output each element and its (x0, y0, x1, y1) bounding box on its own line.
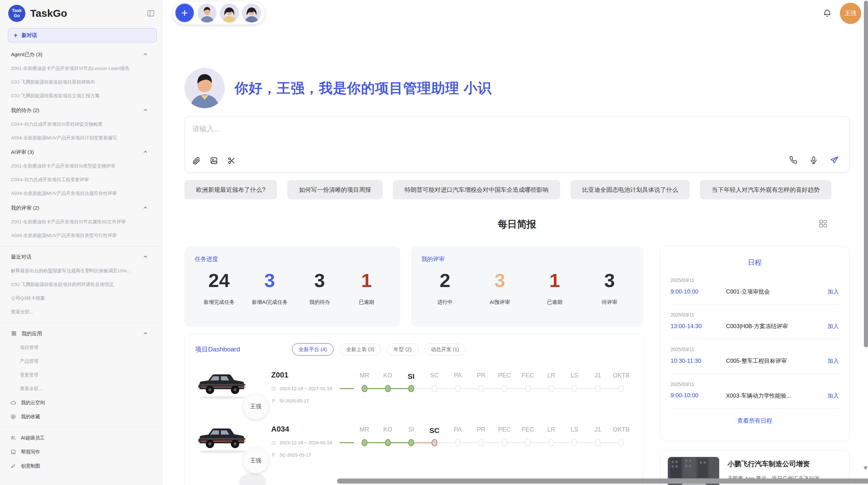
scroll-down-arrow-icon[interactable] (864, 467, 868, 470)
horizontal-scrollbar-thumb[interactable] (337, 478, 868, 484)
sidebar-item[interactable]: Z001-全新燃油轻卡产品开发项目SI造型提交物评审 (0, 159, 162, 173)
chevron-up-icon[interactable] (143, 149, 148, 155)
writing-icon (10, 449, 16, 455)
join-meeting-link[interactable]: 加入 (828, 288, 839, 295)
new-chat-button[interactable]: + 新对话 (8, 28, 157, 42)
milestone-step: PR (469, 426, 493, 446)
scissors-icon[interactable] (227, 157, 236, 165)
chevron-up-icon[interactable] (143, 52, 148, 57)
sidebar-item[interactable]: Z001-全新燃油皮卡产品开发项目SI节点Lesson Learn报告 (0, 62, 162, 75)
sidebar-item[interactable]: 产品管理 (0, 355, 162, 368)
sidebar-section-header[interactable]: 我的评审 (2) (0, 201, 162, 215)
stat: 3待评审 (595, 271, 624, 305)
sidebar-section-header[interactable]: AI评审 (3) (0, 145, 162, 159)
sidebar-section-header[interactable]: 我的应用 (0, 326, 162, 341)
sidebar-item[interactable]: C0X4-动力总成开发项目工程变更评审 (0, 173, 162, 187)
milestone-step: PEC (493, 426, 516, 446)
schedule-events: 2025/03/119:00-10:00C001-立项审批会加入2025/03/… (671, 270, 839, 408)
sidebar-section-header[interactable]: 我的待办 (2) (0, 103, 162, 117)
sidebar-item[interactable]: C02-飞腾新能源轻客改款项目里程碑画布 (0, 75, 162, 89)
project-owner-badge: 王强 (243, 448, 268, 473)
stat-value: 1 (352, 271, 381, 290)
message-input[interactable] (192, 124, 836, 149)
layout-toggle-icon[interactable] (818, 219, 828, 229)
milestone-step: MR (353, 426, 376, 446)
divider (0, 323, 162, 323)
milestone-label: SC (430, 426, 439, 436)
sidebar-item[interactable]: C0X4-动力总成开发项目SI里程碑提交物检查 (0, 117, 162, 131)
sidebar-shortcut[interactable]: 我的云空间 (0, 396, 162, 410)
chevron-up-icon[interactable] (143, 205, 148, 211)
milestone-dot (408, 385, 414, 392)
suggestion-chip[interactable]: 欧洲新规最近颁布了什么? (184, 180, 277, 199)
dashboard-filter[interactable]: 动总开发 (1) (424, 343, 466, 356)
milestone-dot (548, 385, 554, 392)
join-meeting-link[interactable]: 加入 (828, 393, 839, 399)
milestone-dot (478, 385, 484, 392)
suggestion-chip[interactable]: 特朗普可能对进口汽车增税会对中国车企造成哪些影响 (393, 180, 560, 199)
sidebar-item[interactable]: 查看全部... (0, 305, 162, 319)
suggestion-chips: 欧洲新规最近颁布了什么?如何写一份清晰的项目周报特朗普可能对进口汽车增税会对中国… (184, 180, 849, 199)
vertical-scrollbar-thumb[interactable] (864, 1, 868, 347)
microphone-icon[interactable] (809, 156, 818, 164)
join-meeting-link[interactable]: 加入 (828, 358, 839, 364)
dashboard-filter[interactable]: 全新平台 (4) (292, 343, 334, 356)
sidebar-collapse-icon[interactable] (147, 9, 155, 17)
sidebar-item[interactable]: 项目管理 (0, 341, 162, 355)
sidebar-tool[interactable]: AI超级员工 (0, 431, 162, 445)
milestone-label: MR (360, 426, 369, 436)
sidebar-section-header[interactable]: 最近对话 (0, 250, 162, 264)
stat: 1已逾期 (540, 271, 569, 305)
view-all-schedule-link[interactable]: 查看所有日程 (671, 408, 839, 424)
sidebar-tool[interactable]: 创意制图 (0, 459, 162, 473)
vertical-scrollbar[interactable] (864, 0, 868, 485)
schedule-event: 2025/03/119:00-10:00X003-车辆动力学性能验...加入 (671, 374, 839, 408)
event-main: 13:00-14:30C003|H0B-方案冻结评审加入 (671, 323, 839, 330)
milestone-dot (502, 385, 507, 392)
sidebar-item[interactable]: 查看全部... (0, 382, 162, 396)
send-icon[interactable] (830, 156, 839, 165)
project-flag: SI-2025-05-17 (271, 398, 353, 404)
suggestion-chip[interactable]: 比亚迪全固态电池计划具体说了什么 (570, 180, 690, 199)
dashboard-filter[interactable]: 年型 (2) (387, 343, 418, 356)
dashboard-filter[interactable]: 全新上装 (3) (340, 343, 381, 356)
suggestion-chip[interactable]: 如何写一份清晰的项目周报 (287, 180, 383, 199)
sidebar-item[interactable]: Z001-全新燃油轻卡产品开发项目SI节点属性5D文件评审 (0, 215, 162, 229)
milestone-step: PEC (493, 372, 516, 392)
image-icon[interactable] (210, 157, 218, 165)
stat-cards: 任务进度24新增完成任务3新增AI完成任务3我的待办1已逾期我的评审2进行中3A… (184, 246, 645, 327)
sidebar-item[interactable]: 变更管理 (0, 368, 162, 382)
milestone-dot (362, 439, 367, 446)
sidebar-item[interactable]: 解释最新出台的欧盟报废车法规再生塑料比例被调至15%... (0, 264, 162, 278)
project-list: 王强Z0012023-12-19 ~ 2027-01-19SI-2025-05-… (195, 366, 633, 485)
sidebar-item[interactable]: A034-全新新能源MUV产品开发项目计划变更表编写 (0, 131, 162, 145)
app-logo-icon: Task Go (8, 5, 25, 22)
join-meeting-link[interactable]: 加入 (828, 323, 839, 330)
sidebar-item[interactable]: 公司Q3轻卡销量 (0, 291, 162, 305)
stat-label: AI预评审 (485, 299, 515, 305)
sidebar-shortcut[interactable]: 我的收藏 (0, 410, 162, 424)
stat-label: 已逾期 (540, 299, 569, 305)
left-column: 任务进度24新增完成任务3新增AI完成任务3我的待办1已逾期我的评审2进行中3A… (184, 246, 645, 485)
chevron-up-icon[interactable] (143, 331, 148, 336)
chevron-up-icon[interactable] (143, 108, 148, 113)
sidebar-item[interactable]: A034-全新新能源MUV产品开发项目造型可行性评审 (0, 229, 162, 242)
milestone-label: SI (408, 426, 414, 436)
sidebar-item[interactable]: C02-飞腾新能源轻客改款项目的闭环通告反馈情况 (0, 278, 162, 291)
milestone-dot (502, 439, 507, 446)
paperclip-icon[interactable] (192, 157, 201, 165)
milestone-label: LR (547, 426, 555, 436)
project-code: Z001 (271, 371, 353, 380)
chevron-up-icon[interactable] (143, 254, 148, 260)
milestone-label: KO (383, 372, 392, 382)
milestone-label: J1 (594, 426, 601, 436)
sidebar-section-header[interactable]: Agent已办 (3) (0, 47, 162, 62)
phone-icon[interactable] (789, 156, 798, 164)
sidebar-item[interactable]: C02-飞腾新能源轻客改款项目立项汇报方案 (0, 89, 162, 103)
project-flag-text: SI-2025-05-17 (279, 398, 309, 404)
horizontal-scrollbar[interactable] (337, 478, 868, 484)
sidebar-tool[interactable]: 帮我写作 (0, 445, 162, 459)
suggestion-chip[interactable]: 当下年轻人对汽车外观有怎样的喜好趋势 (700, 180, 831, 199)
event-name: C003|H0B-方案冻结评审 (726, 323, 828, 330)
sidebar-item[interactable]: A034-全新新能源MUV产品开发项目法规符合性评审 (0, 187, 162, 200)
